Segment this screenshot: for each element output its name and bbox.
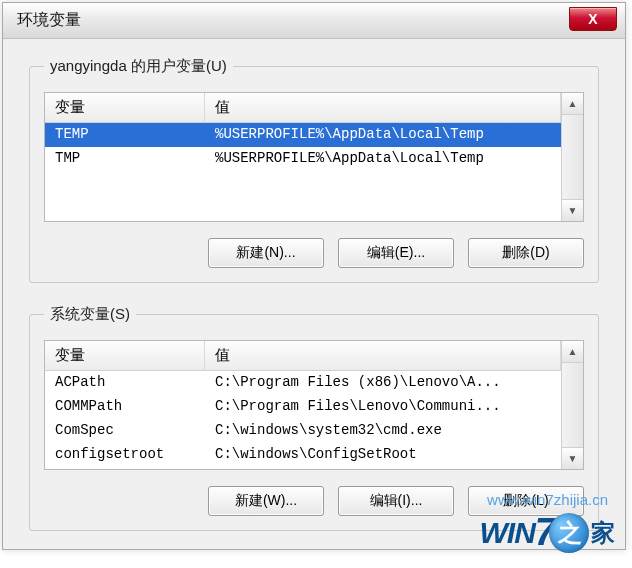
column-header-variable[interactable]: 变量 [45, 341, 205, 370]
user-vars-table: 变量 值 TEMP %USERPROFILE%\AppData\Local\Te… [44, 92, 584, 222]
cell-value: C:\Program Files\Lenovo\Communi... [205, 395, 561, 419]
column-header-value[interactable]: 值 [205, 341, 561, 370]
table-row[interactable]: configsetroot C:\windows\ConfigSetRoot [45, 443, 561, 467]
scroll-down-icon[interactable]: ▼ [562, 447, 583, 469]
scroll-up-icon[interactable]: ▲ [562, 341, 583, 363]
env-vars-dialog: 环境变量 X yangyingda 的用户变量(U) 变量 值 TEMP %US… [2, 2, 626, 550]
system-vars-table: 变量 值 ACPath C:\Program Files (x86)\Lenov… [44, 340, 584, 470]
cell-value: C:\windows\ConfigSetRoot [205, 443, 561, 467]
client-area: yangyingda 的用户变量(U) 变量 值 TEMP %USERPROFI… [3, 39, 625, 549]
user-vars-group: yangyingda 的用户变量(U) 变量 值 TEMP %USERPROFI… [29, 57, 599, 283]
system-vars-header: 变量 值 [45, 341, 561, 371]
cell-variable: TEMP [45, 123, 205, 147]
scroll-up-icon[interactable]: ▲ [562, 93, 583, 115]
close-icon: X [588, 11, 597, 27]
cell-variable: configsetroot [45, 443, 205, 467]
new-user-var-button[interactable]: 新建(N)... [208, 238, 324, 268]
close-button[interactable]: X [569, 7, 617, 31]
cell-variable: ComSpec [45, 419, 205, 443]
titlebar: 环境变量 X [3, 3, 625, 39]
cell-variable: TMP [45, 147, 205, 171]
table-row[interactable]: COMMPath C:\Program Files\Lenovo\Communi… [45, 395, 561, 419]
new-system-var-button[interactable]: 新建(W)... [208, 486, 324, 516]
system-vars-scrollbar[interactable]: ▲ ▼ [561, 341, 583, 469]
user-vars-legend: yangyingda 的用户变量(U) [44, 57, 233, 76]
edit-user-var-button[interactable]: 编辑(E)... [338, 238, 454, 268]
delete-system-var-button[interactable]: 删除(L) [468, 486, 584, 516]
edit-system-var-button[interactable]: 编辑(I)... [338, 486, 454, 516]
cell-variable: COMMPath [45, 395, 205, 419]
system-vars-buttons: 新建(W)... 编辑(I)... 删除(L) [44, 486, 584, 516]
scroll-down-icon[interactable]: ▼ [562, 199, 583, 221]
cell-value: C:\windows\system32\cmd.exe [205, 419, 561, 443]
table-row[interactable]: TEMP %USERPROFILE%\AppData\Local\Temp [45, 123, 561, 147]
system-vars-group: 系统变量(S) 变量 值 ACPath C:\Program Files (x8… [29, 305, 599, 531]
scroll-track[interactable] [562, 363, 583, 447]
cell-value: %USERPROFILE%\AppData\Local\Temp [205, 147, 561, 171]
window-title: 环境变量 [17, 10, 81, 31]
cell-variable: ACPath [45, 371, 205, 395]
cell-value: %USERPROFILE%\AppData\Local\Temp [205, 123, 561, 147]
user-vars-header: 变量 值 [45, 93, 561, 123]
system-vars-legend: 系统变量(S) [44, 305, 136, 324]
column-header-value[interactable]: 值 [205, 93, 561, 122]
cell-value: C:\Program Files (x86)\Lenovo\A... [205, 371, 561, 395]
scroll-track[interactable] [562, 115, 583, 199]
table-row[interactable]: ComSpec C:\windows\system32\cmd.exe [45, 419, 561, 443]
user-vars-buttons: 新建(N)... 编辑(E)... 删除(D) [44, 238, 584, 268]
table-row[interactable]: ACPath C:\Program Files (x86)\Lenovo\A..… [45, 371, 561, 395]
table-row[interactable]: TMP %USERPROFILE%\AppData\Local\Temp [45, 147, 561, 171]
delete-user-var-button[interactable]: 删除(D) [468, 238, 584, 268]
column-header-variable[interactable]: 变量 [45, 93, 205, 122]
user-vars-scrollbar[interactable]: ▲ ▼ [561, 93, 583, 221]
